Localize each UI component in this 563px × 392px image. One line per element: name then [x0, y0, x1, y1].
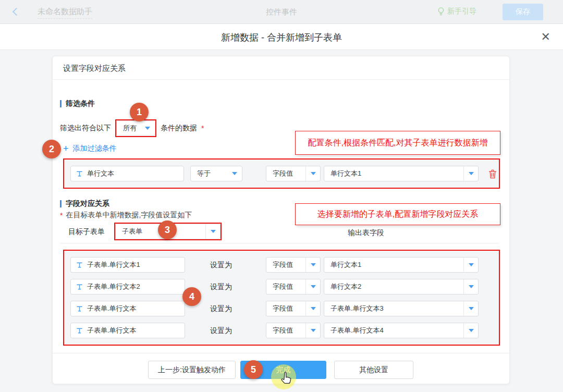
match-type-value: 所有 [123, 124, 137, 133]
chevron-down-icon [140, 121, 155, 136]
annotation-tip-2: 选择要新增的子表单,配置新增字段对应关系 [295, 203, 500, 225]
delete-icon[interactable] [487, 168, 498, 181]
value-type-select[interactable]: 字段值 [266, 323, 321, 338]
value-select[interactable]: 子表单.单行文本4 [324, 323, 479, 338]
chevron-down-icon [305, 323, 320, 338]
filter-sentence-prefix: 筛选出符合以下 [60, 124, 111, 133]
dialog-header: 新增数据 - 合并新增到子表单 ✕ [0, 24, 563, 50]
value-select[interactable]: 子表单.单行文本3 [324, 301, 479, 316]
target-subform-label: 目标子表单 [68, 223, 105, 240]
settings-card: 设置字段对应关系 筛选条件 1 筛选出符合以下 所有 条件的数据 * 2 + 添… [52, 56, 510, 384]
mapping-field-input[interactable]: 子表单.单行文本1 [70, 257, 185, 273]
value-value: 单行文本1 [331, 169, 361, 178]
value-type-value: 字段值 [273, 304, 293, 313]
prev-step-button[interactable]: 上一步:设置触发动作 [148, 361, 236, 379]
value-type-value: 字段值 [273, 260, 293, 270]
mapping-field-value: 子表单.单行文本1 [87, 260, 140, 270]
annotation-outline-match: 所有 [115, 119, 156, 137]
step-badge-3: 3 [158, 220, 177, 239]
text-field-icon [76, 262, 83, 268]
mapping-subtitle-text: 在目标表单中新增数据,字段值设置如下 [66, 211, 192, 220]
value-select[interactable]: 单行文本2 [324, 279, 479, 295]
step-badge-2: 2 [42, 140, 61, 158]
filter-sentence: 筛选出符合以下 所有 条件的数据 * [60, 119, 204, 137]
set-to-label: 设置为 [210, 301, 232, 316]
step-badge-1: 1 [130, 103, 149, 121]
filter-section-title: 筛选条件 [60, 99, 95, 108]
value-type-select[interactable]: 字段值 [266, 166, 321, 181]
mapping-row: 子表单.单行文本1 设置为 字段值 单行文本1 [70, 257, 493, 273]
beginner-guide-link[interactable]: 新手引导 [437, 7, 476, 16]
value-select[interactable]: 单行文本1 [324, 166, 479, 181]
filter-field-value: 单行文本 [87, 169, 114, 178]
mapping-field-value: 子表单.单行文本 [87, 304, 137, 313]
filter-field-input[interactable]: 单行文本 [70, 166, 184, 181]
lightbulb-icon [437, 7, 445, 16]
value-select[interactable]: 单行文本1 [324, 257, 479, 273]
card-header: 设置字段对应关系 [53, 56, 509, 80]
chevron-down-icon [305, 301, 320, 316]
mapping-section-title-text: 字段对应关系 [66, 199, 109, 209]
chevron-down-icon [305, 279, 320, 294]
required-asterisk: * [60, 211, 63, 219]
mapping-row: 子表单.单行文本 设置为 字段值 子表单.单行文本3 [70, 301, 493, 316]
value-type-value: 字段值 [273, 326, 293, 335]
section-divider [60, 243, 499, 243]
value-type-select[interactable]: 字段值 [266, 257, 321, 273]
filter-condition-row: 单行文本 等于 字段值 单行文本1 [63, 158, 500, 189]
mapping-subtitle: * 在目标表单中新增数据,字段值设置如下 [60, 211, 192, 220]
match-type-select[interactable]: 所有 [116, 120, 155, 136]
chevron-down-icon [463, 323, 478, 338]
mapping-field-input[interactable]: 子表单.单行文本 [70, 301, 185, 316]
operator-select[interactable]: 等于 [190, 166, 242, 181]
assistant-title[interactable]: 未命名数据助手 [38, 7, 92, 19]
value-value: 子表单.单行文本3 [331, 304, 384, 313]
value-value: 单行文本2 [331, 282, 361, 291]
mapping-field-input[interactable]: 子表单.单行文本2 [70, 279, 185, 295]
close-icon[interactable]: ✕ [541, 30, 550, 44]
chevron-down-icon [205, 224, 220, 239]
field-mapping-box: 子表单.单行文本1 设置为 字段值 单行文本1 子表单.单行文本2 设置为 [63, 250, 500, 346]
add-filter-condition-label: 添加过滤条件 [73, 144, 117, 153]
screen: { "topbar": { "back_title": "未命名数据助手", "… [0, 0, 563, 392]
chevron-down-icon [305, 166, 320, 181]
text-field-icon [76, 305, 83, 312]
set-to-label: 设置为 [210, 323, 232, 338]
step-badge-5: 5 [244, 360, 263, 379]
footer-divider [53, 353, 509, 353]
panel-title: 设置字段对应关系 [63, 56, 126, 80]
other-settings-button[interactable]: 其他设置 [334, 361, 413, 379]
text-field-icon [76, 170, 83, 177]
chevron-down-icon [463, 166, 478, 181]
mapping-field-value: 子表单.单行文本 [87, 326, 137, 335]
mapping-row: 子表单.单行文本 设置为 字段值 子表单.单行文本4 [70, 323, 493, 338]
save-button[interactable]: 保存 [503, 4, 543, 20]
mapping-field-value: 子表单.单行文本2 [87, 282, 140, 291]
step-badge-4: 4 [182, 287, 201, 306]
value-value: 子表单.单行文本4 [331, 326, 384, 335]
required-asterisk: * [201, 124, 204, 132]
value-type-select[interactable]: 字段值 [266, 301, 321, 316]
value-value: 单行文本1 [331, 260, 361, 270]
plus-icon: + [63, 144, 69, 153]
chevron-down-icon [305, 258, 320, 272]
mapping-row: 子表单.单行文本2 设置为 字段值 单行文本2 [70, 279, 493, 295]
cursor-icon [280, 371, 292, 387]
topbar: 未命名数据助手 控件事件 新手引导 保存 [0, 0, 563, 24]
mapping-section-title: 字段对应关系 [60, 199, 109, 209]
topbar-page-title: 控件事件 [266, 7, 297, 17]
mapping-field-input[interactable]: 子表单.单行文本 [70, 323, 185, 338]
operator-value: 等于 [197, 169, 211, 178]
back-chevron-icon[interactable] [13, 8, 21, 16]
set-to-label: 设置为 [210, 257, 232, 273]
target-subform-value: 子表单 [122, 227, 142, 236]
output-field-column-header: 输出表字段 [324, 228, 408, 238]
annotation-tip-1: 配置条件,根据条件匹配,对其子表单进行数据新增 [295, 131, 500, 155]
filter-sentence-suffix: 条件的数据 [161, 124, 197, 133]
dialog-title: 新增数据 - 合并新增到子表单 [0, 31, 563, 44]
value-type-select[interactable]: 字段值 [266, 279, 321, 295]
add-filter-condition-link[interactable]: + 添加过滤条件 [63, 144, 117, 153]
chevron-down-icon [227, 166, 242, 181]
text-field-icon [76, 284, 83, 290]
dialog-body: 设置字段对应关系 筛选条件 1 筛选出符合以下 所有 条件的数据 * 2 + 添… [0, 50, 563, 392]
